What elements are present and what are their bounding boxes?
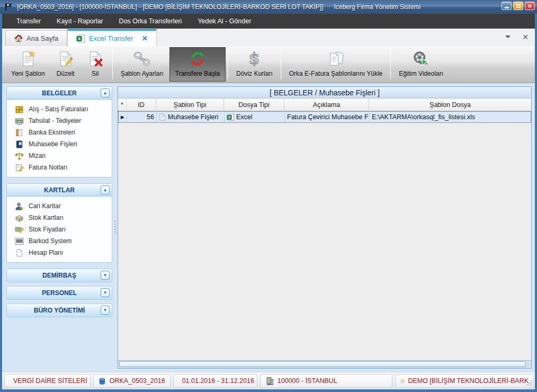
toolbar-separator <box>281 49 281 79</box>
group-header-personel[interactable]: PERSONEL ▼ <box>7 287 112 299</box>
person-icon <box>15 202 24 211</box>
chevron-down-icon[interactable]: ▼ <box>101 306 110 315</box>
menu-transfer[interactable]: Transfer <box>8 14 49 29</box>
sidebar-item-muhasebe-fisleri[interactable]: Muhasebe Fişleri <box>7 138 112 150</box>
sablon-ayarlari-button[interactable]: Şablon Ayarları <box>115 47 169 82</box>
group-header-kartlar[interactable]: KARTLAR ▲ <box>7 184 112 197</box>
group-header-belgeler[interactable]: BELGELER ▲ <box>7 87 112 100</box>
item-label: Stok Fiyatları <box>29 226 66 233</box>
chevron-down-icon[interactable]: ▼ <box>101 271 110 280</box>
close-icon[interactable]: ✕ <box>522 33 529 41</box>
close-button[interactable]: ✕ <box>525 2 535 10</box>
button-label: Düzelt <box>57 70 75 77</box>
group-header-buro-yonetimi[interactable]: BÜRO YÖNETİMİ ▼ <box>7 304 112 317</box>
col-header-aciklama[interactable]: Açıklama <box>284 99 369 111</box>
tab-excel-transfer[interactable]: X Excel Transfer ✕ <box>67 29 157 46</box>
scrollbar-thumb[interactable] <box>119 361 526 367</box>
menu-yedek-al-gonder[interactable]: Yedek Al - Gönder <box>190 14 259 29</box>
menu-dos-orka-transferleri[interactable]: Dos Orka Transferleri <box>111 14 190 29</box>
dollar-icon: $ <box>245 50 263 67</box>
col-header-id[interactable]: ID <box>127 99 156 111</box>
new-template-icon <box>19 50 37 67</box>
sil-button[interactable]: Sil <box>80 47 110 82</box>
item-label: Alış - Satış Faturaları <box>29 105 88 113</box>
duzelt-button[interactable]: Düzelt <box>51 47 80 82</box>
yeni-sablon-button[interactable]: Yeni Şablon <box>5 47 51 82</box>
orka-flag-icon <box>4 3 14 11</box>
orka-efatura-yukle-button[interactable]: Orka E-Fatura Şablonlarını Yükle <box>283 47 389 82</box>
table-row[interactable]: ▶ 56 Muhasebe Fişleri <box>118 111 531 123</box>
sidebar-group-kartlar: KARTLAR ▲ Cari Kartlar <box>6 183 112 263</box>
tab-close-icon[interactable]: ✕ <box>142 34 148 42</box>
status-label: DEMO [BİLİŞİM TEKNOLOJİLERİ-BARK <box>408 377 529 385</box>
titlebar: [ORKA_0503_2016] - [100000-İSTANBUL] - [… <box>0 0 537 14</box>
doviz-kurlari-button[interactable]: $ Döviz Kurları <box>230 47 279 82</box>
sidebar-item-mizan[interactable]: Mizan <box>7 150 112 162</box>
status-label: 100000 - İSTANBUL <box>278 377 337 385</box>
chevron-down-icon[interactable] <box>505 35 511 38</box>
delete-document-icon <box>86 50 104 67</box>
restore-button[interactable] <box>513 2 523 10</box>
status-label: ORKA_0503_2016 <box>110 377 165 385</box>
package-icon <box>15 213 24 222</box>
egitim-videolari-button[interactable]: Eğitim Videoları <box>393 47 449 82</box>
sidebar-item-banka-ekstreleri[interactable]: Banka Ekstreleri <box>7 127 112 138</box>
chevron-up-icon[interactable]: ▲ <box>101 88 110 97</box>
button-label: Yeni Şablon <box>11 70 45 77</box>
group-title: DEMİRBAŞ <box>42 272 76 279</box>
bolt-nut-icon <box>131 50 153 67</box>
sidebar-item-fatura-notlari[interactable]: Fatura Notları <box>7 162 112 173</box>
main-panel: [ BELGELER / Muhasebe Fişleri ] * ID Şab… <box>118 86 532 369</box>
sidebar-item-stok-kartlari[interactable]: Stok Kartları <box>7 212 112 224</box>
status-company[interactable]: DEMO [BİLİŞİM TEKNOLOJİLERİ-BARK <box>395 374 534 388</box>
app-window: [ORKA_0503_2016] - [100000-İSTANBUL] - [… <box>0 0 537 392</box>
sidebar-item-barkod-system[interactable]: Barkod System <box>7 235 112 247</box>
status-label: 01.01.2016 - 31.12.2016 <box>182 377 254 385</box>
tab-ana-sayfa[interactable]: Ana Sayfa <box>5 30 67 46</box>
sidebar-item-stok-fiyatlari[interactable]: Stok Fiyatları <box>7 224 112 235</box>
folder-icon <box>15 128 24 137</box>
group-header-demirbas[interactable]: DEMİRBAŞ ▼ <box>7 269 112 282</box>
cell-sablon-tipi: Muhasebe Fişleri <box>157 112 225 122</box>
horizontal-scrollbar[interactable] <box>118 360 531 368</box>
toolbar-separator <box>390 49 391 79</box>
status-vergi-daire-siteleri[interactable]: VERGİ DAİRE SİTELERİ <box>4 374 91 388</box>
item-label: Fatura Notları <box>29 164 67 171</box>
svg-text:$: $ <box>249 50 260 67</box>
col-header-sablon-dosya[interactable]: Şablon Dosya <box>369 99 531 111</box>
col-header-dosya-tipi[interactable]: Dosya Tipi <box>224 99 284 111</box>
transfere-basla-button[interactable]: Transfere Başla <box>169 47 226 82</box>
cell-sablon-dosya: E:\AKTARMA\orkasql_fis_listesi.xls <box>370 112 531 122</box>
status-date-range[interactable]: 31 01.01.2016 - 31.12.2016 <box>173 374 257 388</box>
sidebar-splitter[interactable] <box>112 86 118 369</box>
sidebar: BELGELER ▲ Alış - Satış Faturaları <box>6 86 112 369</box>
sidebar-item-cari-kartlar[interactable]: Cari Kartlar <box>7 200 112 212</box>
col-header-sablon-tipi[interactable]: Şablon Tipi <box>156 99 224 111</box>
chevron-up-icon[interactable]: ▲ <box>101 185 110 194</box>
chevron-down-icon[interactable]: ▼ <box>101 288 110 297</box>
button-label: Eğitim Videoları <box>399 70 443 77</box>
resize-grip[interactable] <box>526 380 532 386</box>
item-label: Stok Kartları <box>29 214 64 221</box>
sidebar-item-alis-satis-faturalari[interactable]: Alış - Satış Faturaları <box>7 103 112 115</box>
cell-id: 56 <box>127 112 157 122</box>
tabstrip: Ana Sayfa X Excel Transfer ✕ ✕ <box>2 29 535 46</box>
grid-caption: [ BELGELER / Muhasebe Fişleri ] <box>118 87 531 99</box>
status-branch[interactable]: 100000 - İSTANBUL <box>260 374 392 388</box>
statusbar: VERGİ DAİRE SİTELERİ ORKA_0503_2016 31 0… <box>2 372 535 389</box>
blank-document-icon <box>15 248 24 257</box>
window-title: [ORKA_0503_2016] - [100000-İSTANBUL] - [… <box>17 3 323 11</box>
status-database[interactable]: ORKA_0503_2016 <box>93 374 171 388</box>
sidebar-item-tahsilat-tediyeler[interactable]: Tahsilat - Tediyeler <box>7 115 112 127</box>
documents-icon <box>326 50 346 67</box>
invoice-cubes-icon <box>15 105 24 114</box>
sidebar-item-hesap-plani[interactable]: Hesap Planı <box>7 247 112 259</box>
item-label: Hesap Planı <box>29 249 63 256</box>
cell-dosya-tipi: X Excel <box>225 112 285 122</box>
price-pencil-icon <box>15 225 24 234</box>
button-label: Transfere Başla <box>175 70 220 77</box>
col-header-marker[interactable]: * <box>118 99 127 111</box>
svg-text:X: X <box>77 36 80 41</box>
menu-kayit-raporlar[interactable]: Kayıt - Raporlar <box>49 14 111 29</box>
minimize-button[interactable] <box>502 2 512 10</box>
